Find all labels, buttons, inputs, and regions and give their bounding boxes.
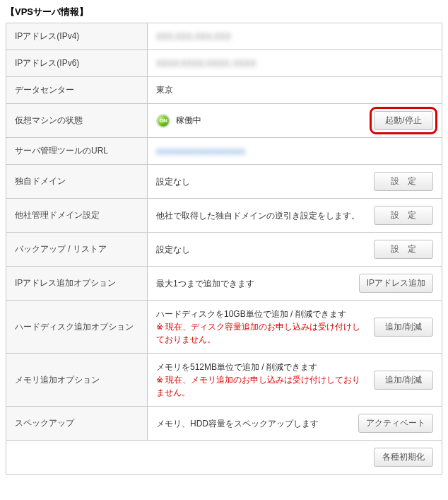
row-hdd-addon: ハードディスク追加オプション ハードディスクを10GB単位で追加 / 削減できま… xyxy=(6,301,442,354)
label-datacenter: データセンター xyxy=(6,77,148,104)
row-mem-addon: メモリ追加オプション メモリを512MB単位で追加 / 削減できます ※ 現在、… xyxy=(6,354,442,407)
row-specup: スペックアップ メモリ、HDD容量をスペックアップします アクティベート xyxy=(6,407,442,441)
row-other-domain: 他社管理ドメイン設定 他社で取得した独自ドメインの逆引き設定をします。 設 定 xyxy=(6,199,442,233)
activate-button[interactable]: アクティベート xyxy=(358,414,433,433)
label-mem-addon: メモリ追加オプション xyxy=(6,354,148,407)
row-ipv6: IPアドレス(IPv6) XXXX:XXXX:XXXX::XXXX xyxy=(6,50,442,77)
domain-text: 設定なし xyxy=(156,175,368,188)
vm-status-text: 稼働中 xyxy=(176,115,201,127)
label-vm-status: 仮想マシンの状態 xyxy=(6,104,148,138)
value-backup: 設定なし 設 定 xyxy=(148,233,442,267)
on-icon: ON xyxy=(156,114,170,128)
mem-adjust-button[interactable]: 追加/削減 xyxy=(374,371,433,390)
row-ip-addon: IPアドレス追加オプション 最大1つまで追加できます IPアドレス追加 xyxy=(6,267,442,301)
row-tool-url: サーバ管理ツールのURL xxxxxxxxxxxxxxxxxxxxx xyxy=(6,138,442,165)
label-ipv6: IPアドレス(IPv6) xyxy=(6,50,148,77)
footer-cell: 各種初期化 xyxy=(6,441,442,475)
value-datacenter: 東京 xyxy=(148,77,442,104)
label-ipv4: IPアドレス(IPv4) xyxy=(6,23,148,50)
value-ip-addon: 最大1つまで追加できます IPアドレス追加 xyxy=(148,267,442,301)
ipv6-text: XXXX:XXXX:XXXX::XXXX xyxy=(156,59,256,69)
row-domain: 独自ドメイン 設定なし 設 定 xyxy=(6,165,442,199)
label-tool-url: サーバ管理ツールのURL xyxy=(6,138,148,165)
vps-info-panel: 【VPSサーバ情報】 IPアドレス(IPv4) XXX.XXX.XXX.XXX … xyxy=(6,6,442,475)
other-domain-config-button[interactable]: 設 定 xyxy=(374,206,433,225)
hdd-desc: ハードディスクを10GB単位で追加 / 削減できます xyxy=(156,309,346,319)
hdd-addon-text: ハードディスクを10GB単位で追加 / 削減できます ※ 現在、ディスク容量追加… xyxy=(156,308,368,346)
other-domain-text: 他社で取得した独自ドメインの逆引き設定をします。 xyxy=(156,209,368,222)
row-ipv4: IPアドレス(IPv4) XXX.XXX.XXX.XXX xyxy=(6,23,442,50)
value-mem-addon: メモリを512MB単位で追加 / 削減できます ※ 現在、メモリ追加のお申し込み… xyxy=(148,354,442,407)
mem-desc: メモリを512MB単位で追加 / 削減できます xyxy=(156,362,317,372)
specup-text: メモリ、HDD容量をスペックアップします xyxy=(156,417,353,430)
row-datacenter: データセンター 東京 xyxy=(6,77,442,104)
label-specup: スペックアップ xyxy=(6,407,148,441)
backup-text: 設定なし xyxy=(156,243,368,256)
row-vm-status: 仮想マシンの状態 ON 稼働中 起動/停止 xyxy=(6,104,442,138)
tool-url-link[interactable]: xxxxxxxxxxxxxxxxxxxxx xyxy=(156,146,245,156)
value-vm-status: ON 稼働中 起動/停止 xyxy=(148,104,442,138)
row-backup: バックアップ / リストア 設定なし 設 定 xyxy=(6,233,442,267)
backup-config-button[interactable]: 設 定 xyxy=(374,240,433,259)
value-other-domain: 他社で取得した独自ドメインの逆引き設定をします。 設 定 xyxy=(148,199,442,233)
value-tool-url: xxxxxxxxxxxxxxxxxxxxx xyxy=(148,138,442,165)
label-backup: バックアップ / リストア xyxy=(6,233,148,267)
label-domain: 独自ドメイン xyxy=(6,165,148,199)
panel-title: 【VPSサーバ情報】 xyxy=(6,6,442,18)
ip-add-button[interactable]: IPアドレス追加 xyxy=(359,274,433,293)
value-domain: 設定なし 設 定 xyxy=(148,165,442,199)
value-ipv4: XXX.XXX.XXX.XXX xyxy=(148,23,442,50)
vm-status-wrap: ON 稼働中 xyxy=(156,114,201,128)
value-hdd-addon: ハードディスクを10GB単位で追加 / 削減できます ※ 現在、ディスク容量追加… xyxy=(148,301,442,354)
info-table: IPアドレス(IPv4) XXX.XXX.XXX.XXX IPアドレス(IPv6… xyxy=(6,23,442,475)
hdd-adjust-button[interactable]: 追加/削減 xyxy=(374,318,433,337)
label-other-domain: 他社管理ドメイン設定 xyxy=(6,199,148,233)
reset-button[interactable]: 各種初期化 xyxy=(374,448,433,467)
label-hdd-addon: ハードディスク追加オプション xyxy=(6,301,148,354)
row-footer: 各種初期化 xyxy=(6,441,442,475)
hdd-warning: ※ 現在、ディスク容量追加のお申し込みは受け付けしておりません。 xyxy=(156,322,360,344)
mem-warning: ※ 現在、メモリ追加のお申し込みは受け付けしておりません。 xyxy=(156,375,360,397)
start-stop-button[interactable]: 起動/停止 xyxy=(374,111,433,130)
value-specup: メモリ、HDD容量をスペックアップします アクティベート xyxy=(148,407,442,441)
label-ip-addon: IPアドレス追加オプション xyxy=(6,267,148,301)
mem-addon-text: メモリを512MB単位で追加 / 削減できます ※ 現在、メモリ追加のお申し込み… xyxy=(156,361,368,399)
ip-addon-text: 最大1つまで追加できます xyxy=(156,277,353,290)
ipv4-text: XXX.XXX.XXX.XXX xyxy=(156,32,231,42)
domain-config-button[interactable]: 設 定 xyxy=(374,172,433,191)
value-ipv6: XXXX:XXXX:XXXX::XXXX xyxy=(148,50,442,77)
